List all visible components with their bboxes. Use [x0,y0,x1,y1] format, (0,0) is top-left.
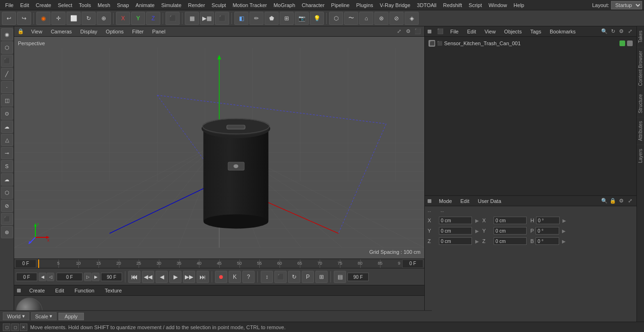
am-z-rot-input[interactable] [494,237,527,245]
poly-mode-side[interactable]: ⬛ [1,55,13,67]
om-menu-bookmarks[interactable]: Bookmarks [548,29,578,34]
tool-side-2[interactable]: ⊸ [1,147,13,159]
start-frame-input[interactable] [16,273,37,281]
om-menu-tags[interactable]: Tags [528,29,543,34]
end-frame-input2[interactable] [347,273,369,281]
vp-menu-cameras[interactable]: Cameras [49,28,74,35]
end-frame-input[interactable] [101,273,122,281]
mirror-button[interactable]: ◈ [405,12,419,25]
tool-side-7[interactable]: ⬛ [1,213,13,225]
om-menu-edit[interactable]: Edit [465,29,478,34]
sculpt-mode-side[interactable]: ⊙ [1,107,13,120]
am-y-rot-input[interactable] [494,227,527,235]
tab-structure[interactable]: Structure [637,90,644,117]
tl-play-back[interactable]: ◀ [156,271,168,283]
am-search-icon[interactable]: 🔍 [601,197,608,205]
vp-fullscreen-icon[interactable]: ⬛ [414,28,421,35]
model-mode-side[interactable]: ◉ [1,28,13,40]
tl-go-end[interactable]: ⏭ [197,271,209,283]
am-menu-mode[interactable]: Mode [437,198,454,204]
light-button[interactable]: 💡 [310,12,324,25]
spline-button[interactable]: 〜 [344,12,358,25]
om-menu-view[interactable]: View [483,29,498,34]
pen-button[interactable]: ✏ [249,12,264,25]
tool-side-5[interactable]: ⬡ [1,186,13,199]
uv-mode-side[interactable]: ◫ [1,94,13,106]
current-frame-input[interactable] [57,273,83,281]
menu-character[interactable]: Character [298,1,328,9]
view-cube-button[interactable]: ◧ [234,12,248,25]
polygon-button[interactable]: ⬡ [329,12,343,25]
undo-button[interactable]: ↩ [2,12,16,25]
vp-menu-display[interactable]: Display [78,28,99,35]
tl-scale-key[interactable]: ⬛ [274,271,287,283]
om-render-dot[interactable] [627,40,633,46]
move-tool-button[interactable]: ✛ [51,12,66,25]
tab-layers[interactable]: Layers [637,145,644,167]
om-visible-dot[interactable] [619,40,625,46]
om-expand-icon[interactable]: ⤢ [626,28,634,35]
render-anim-button[interactable]: ▶▦ [200,12,214,25]
apply-button[interactable]: Apply [58,313,84,320]
tl-prev-frame[interactable]: ◁ [47,273,54,281]
tab-takes[interactable]: Takes [637,26,644,47]
world-button[interactable]: World ▾ [3,312,29,320]
z-axis-button[interactable]: Z [146,12,160,25]
timeline-ruler[interactable]: 0 F 051015202530354045505560657075808590… [14,259,424,268]
viewport-canvas[interactable]: Perspective Grid Spacing : 100 cm Y X [14,37,424,259]
menu-mesh[interactable]: Mesh [94,1,114,9]
mp-menu-function[interactable]: Function [72,288,97,293]
vp-lock-icon[interactable]: 🔒 [17,28,25,35]
am-x-pos-input[interactable] [439,217,472,224]
tl-step-back[interactable]: ◀◀ [142,271,154,283]
menu-simulate[interactable]: Simulate [158,1,185,9]
tl-next-frame[interactable]: ▶ [92,273,99,281]
scale-tool-button[interactable]: ⬜ [66,12,81,25]
menu-script[interactable]: Script [465,1,485,9]
menu-animate[interactable]: Animate [132,1,158,9]
am-h-input[interactable] [536,217,560,224]
edge-mode-side[interactable]: ╱ [1,68,13,80]
mesh-mode-side[interactable]: ⬡ [1,41,13,54]
mp-menu-create[interactable]: Create [26,288,48,293]
menu-mograph[interactable]: MoGraph [270,1,298,9]
rotate-tool-button[interactable]: ↻ [82,12,96,25]
tool-side-1[interactable]: △ [1,134,13,146]
vp-menu-filter[interactable]: Filter [130,28,145,35]
menu-help[interactable]: Help [510,1,528,9]
menu-snap[interactable]: Snap [114,1,132,9]
point-mode-side[interactable]: · [1,81,13,93]
status-icon-1[interactable]: ◻ [3,324,10,331]
vp-expand-icon[interactable]: ⤢ [395,28,403,35]
om-settings2-icon[interactable]: ⚙ [618,28,625,35]
menu-tools[interactable]: Tools [75,1,94,9]
tl-timeline-open[interactable]: ▤ [334,271,346,283]
menu-plugins[interactable]: Plugins [353,1,376,9]
am-z-pos-input[interactable] [439,237,472,245]
mp-menu-texture[interactable]: Texture [102,288,124,293]
tl-play-fwd[interactable]: ▶ [169,271,182,283]
model-mode-button[interactable]: ◉ [36,12,50,25]
tool-side-4[interactable]: ☁ [1,173,13,186]
tool-side-6[interactable]: ⊘ [1,200,13,212]
tl-arrow-left[interactable]: ◀ [39,273,46,281]
am-p-input[interactable] [536,227,559,235]
menu-3dtoall[interactable]: 3DTOAll [413,1,439,9]
tl-arrow-right[interactable]: ▷ [84,273,91,281]
menu-pipeline[interactable]: Pipeline [328,1,353,9]
vp-menu-view[interactable]: View [29,28,44,35]
tl-go-start[interactable]: ⏮ [128,271,140,283]
vp-menu-options[interactable]: Options [104,28,125,35]
status-close[interactable]: ✕ [20,324,27,331]
tl-record[interactable]: ⏺ [215,271,227,283]
tl-grid-view[interactable]: ⊞ [315,271,328,283]
am-settings3-icon[interactable]: ⚙ [618,197,625,205]
transform-tool-button[interactable]: ⊕ [97,12,111,25]
deform-button[interactable]: ⌂ [359,12,373,25]
tl-step-fwd[interactable]: ▶▶ [183,271,195,283]
om-object-row[interactable]: ⬛ ⬛ Sensor_Kitchen_Trash_Can_001 [427,39,635,48]
render-editor-button[interactable]: ⬛ [215,12,229,25]
grid-button[interactable]: ⊞ [280,12,294,25]
tool-side-3[interactable]: S [1,160,13,172]
scale-button[interactable]: Scale ▾ [31,312,57,320]
